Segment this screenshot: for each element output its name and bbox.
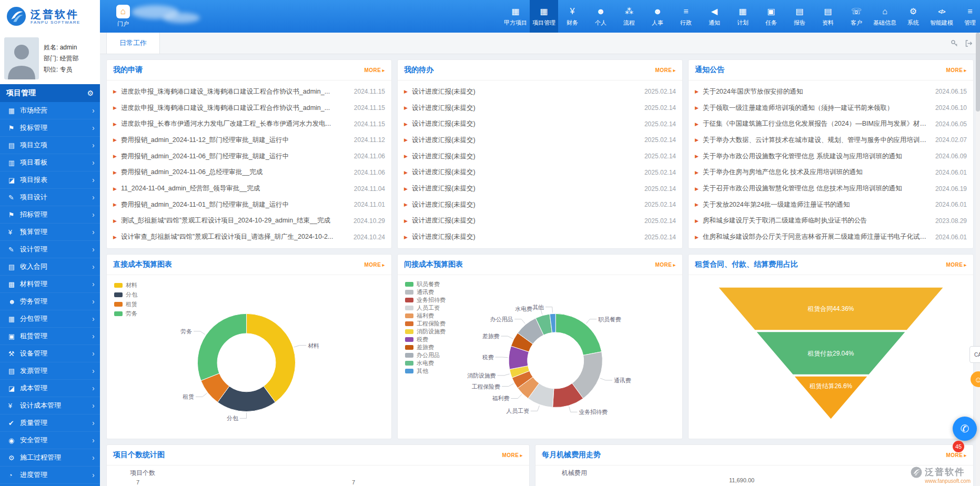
topnav-item[interactable]: ▣任务 xyxy=(757,0,785,33)
topnav-item[interactable]: ▦计划 xyxy=(729,0,757,33)
sidebar-item[interactable]: ⚒设备管理› xyxy=(0,345,100,362)
sidebar-item[interactable]: ✔质量管理› xyxy=(0,414,100,432)
list-item[interactable]: ▶房和城乡建设厅关于取消二级建造师临时执业证书的公告2023.08.29 xyxy=(695,213,967,229)
legend-item[interactable]: 职员餐费 xyxy=(405,280,446,288)
topnav-item[interactable]: ◀通知 xyxy=(700,0,729,33)
donut-segment[interactable] xyxy=(247,313,296,402)
list-item[interactable]: ▶关于举办大数据、云计算技术在城市建设、规划、管理与服务中的应用培训班...20… xyxy=(695,132,967,148)
sidebar-item[interactable]: ✎设计管理› xyxy=(0,241,100,258)
more-link[interactable]: MORE▸ xyxy=(364,67,385,73)
legend-item[interactable]: 材料 xyxy=(114,280,137,290)
sidebar-item[interactable]: ▣租赁管理› xyxy=(0,328,100,345)
list-item[interactable]: ▶于征集《中国建筑施工行业信息化发展报告（2024）—BIM应用与发展》材料..… xyxy=(695,116,967,132)
sidebar-item[interactable]: ▩材料管理› xyxy=(0,276,100,293)
more-link[interactable]: MORE▸ xyxy=(946,67,967,73)
topnav-item[interactable]: ▤资料 xyxy=(814,0,842,33)
topnav-item[interactable]: ¥财务 xyxy=(558,0,587,33)
sidebar-item[interactable]: ◔进度管理› xyxy=(0,467,100,484)
vertical-scrollbar[interactable] xyxy=(976,33,980,486)
customer-service-button[interactable]: ✆ xyxy=(953,417,977,441)
legend-item[interactable]: 差旅费 xyxy=(405,343,446,351)
list-item[interactable]: ▶关于2024年国庆节放假安排的通知2024.06.15 xyxy=(695,84,967,100)
legend-item[interactable]: 租赁 xyxy=(114,299,137,309)
topnav-item[interactable]: </>智能建模 xyxy=(927,0,956,33)
list-item[interactable]: ▶进度款申报_珠海鹤港口建设_珠海鹤港口建设工程合作协议书_admin_...2… xyxy=(113,100,385,116)
more-link[interactable]: MORE▸ xyxy=(655,262,676,268)
list-item[interactable]: ▶关于举办市政公用设施数字化管理信息 系统建设与应用培训班的通知2024.06.… xyxy=(695,148,967,165)
list-item[interactable]: ▶设计进度汇报(未提交)2025.02.14 xyxy=(404,100,676,116)
topnav-item[interactable]: ≡行政 xyxy=(672,0,700,33)
list-item[interactable]: ▶设计进度汇报(未提交)2025.02.14 xyxy=(404,180,676,197)
side-widget[interactable]: CA xyxy=(969,346,980,363)
legend-item[interactable]: 劳务 xyxy=(114,309,137,318)
legend-item[interactable]: 工程保险费 xyxy=(405,320,446,328)
list-item[interactable]: ▶住房和城乡建设部办公厅关于同意吉林省开展二级建造师注册证书电子化试点...20… xyxy=(695,229,967,245)
list-item[interactable]: ▶费用报销_admin_2024-11-01_部门经理审批_胡建_运行中2024… xyxy=(113,197,385,213)
list-item[interactable]: ▶测试_彭祖新城“四馆”景观工程设计项目_2024-10-29_admin_结束… xyxy=(113,213,385,229)
topnav-item[interactable]: ⌂基础信息 xyxy=(871,0,899,33)
sidebar-item[interactable]: ▤收入合同› xyxy=(0,258,100,276)
list-item[interactable]: ▶进度款申报_长春市伊通河水力发电厂改建工程_长春市伊通河水力发电...2024… xyxy=(113,116,385,132)
notification-badge[interactable]: 45 xyxy=(953,441,964,452)
key-icon[interactable] xyxy=(951,39,958,47)
sidebar-item[interactable]: ◪成本管理› xyxy=(0,380,100,397)
legend-item[interactable]: 分包 xyxy=(114,290,137,299)
sidebar-item[interactable]: ◪项目报表› xyxy=(0,171,100,189)
list-item[interactable]: ▶11_2024-11-04_admin_经营部_领导审批__完成2024.11… xyxy=(113,180,385,197)
list-item[interactable]: ▶费用报销_admin_2024-11-06_部门经理审批_胡建_运行中2024… xyxy=(113,148,385,165)
list-item[interactable]: ▶费用报销_admin_2024-11-12_部门经理审批_胡建_运行中2024… xyxy=(113,132,385,148)
sidebar-item[interactable]: ☻劳务管理› xyxy=(0,293,100,310)
tab-daily-work[interactable]: 日常工作 xyxy=(106,33,160,54)
sidebar-item[interactable]: ▦分包管理› xyxy=(0,310,100,328)
list-item[interactable]: ▶设计进度汇报(未提交)2025.02.14 xyxy=(404,148,676,165)
sidebar-item[interactable]: ¥预算管理› xyxy=(0,224,100,241)
list-item[interactable]: ▶设计进度汇报(未提交)2025.02.14 xyxy=(404,197,676,213)
topnav-item[interactable]: ▦项目管理 xyxy=(530,0,558,33)
legend-item[interactable]: 福利费 xyxy=(405,312,446,320)
topnav-item[interactable]: ⁂流程 xyxy=(615,0,643,33)
legend-item[interactable]: 税费 xyxy=(405,336,446,343)
more-link[interactable]: MORE▸ xyxy=(502,452,523,458)
exit-icon[interactable] xyxy=(965,39,973,47)
topnav-item[interactable]: ▤报告 xyxy=(785,0,814,33)
sidebar-item[interactable]: ⚙施工过程管理› xyxy=(0,449,100,467)
topnav-item[interactable]: ⚙系统 xyxy=(899,0,927,33)
gear-icon[interactable]: ⚙ xyxy=(87,89,94,97)
legend-item[interactable]: 人员工资 xyxy=(405,304,446,312)
sidebar-item[interactable]: ⚑投标管理› xyxy=(0,119,100,137)
scrollbar-thumb[interactable] xyxy=(976,33,980,112)
sidebar-item[interactable]: ▥项目看板› xyxy=(0,154,100,171)
sidebar-item[interactable]: ▦市场经营› xyxy=(0,102,100,119)
sidebar-item[interactable]: ▤证件管理› xyxy=(0,484,100,486)
more-link[interactable]: MORE▸ xyxy=(655,67,676,73)
legend-item[interactable]: 消防设施费 xyxy=(405,328,446,336)
list-item[interactable]: ▶关于领取一级注册建造师培训项的通知（须持一建证书前来领取）2024.06.10 xyxy=(695,100,967,116)
more-link[interactable]: MORE▸ xyxy=(946,452,967,458)
legend-item[interactable]: 其他 xyxy=(405,367,446,375)
nav-item-portal[interactable]: ⌂ 门户 xyxy=(108,0,138,33)
list-item[interactable]: ▶设计进度汇报(未提交)2025.02.14 xyxy=(404,229,676,245)
donut-segment[interactable] xyxy=(555,313,602,355)
avatar[interactable] xyxy=(4,37,39,79)
topnav-item[interactable]: ☻人事 xyxy=(643,0,672,33)
sidebar-item[interactable]: ▤发票管理› xyxy=(0,362,100,380)
sidebar-item[interactable]: ⚑招标管理› xyxy=(0,206,100,224)
legend-item[interactable]: 办公用品 xyxy=(405,351,446,359)
list-item[interactable]: ▶关于发放2024年第24批一级建造师注册证书的通知2024.06.01 xyxy=(695,197,967,213)
list-item[interactable]: ▶设计进度汇报(未提交)2025.02.14 xyxy=(404,213,676,229)
list-item[interactable]: ▶设计进度汇报(未提交)2025.02.14 xyxy=(404,165,676,181)
sidebar-item[interactable]: ¥设计成本管理› xyxy=(0,397,100,414)
donut-segment[interactable] xyxy=(197,313,246,380)
list-item[interactable]: ▶设计审查_彭祖新城“四馆”景观工程设计项目_请选择_胡广生_2024-10-2… xyxy=(113,229,385,245)
list-item[interactable]: ▶费用报销_admin_2024-11-06_总经理审批__完成2024.11.… xyxy=(113,165,385,181)
topnav-item[interactable]: ☏客户 xyxy=(842,0,871,33)
topnav-item[interactable]: ≡管理 xyxy=(956,0,980,33)
legend-item[interactable]: 业务招待费 xyxy=(405,296,446,304)
legend-item[interactable]: 通讯费 xyxy=(405,288,446,296)
legend-item[interactable]: 水电费 xyxy=(405,359,446,367)
more-link[interactable]: MORE▸ xyxy=(364,262,385,268)
list-item[interactable]: ▶设计进度汇报(未提交)2025.02.14 xyxy=(404,84,676,100)
app-logo[interactable]: 泛普软件 FANPU SOFTWARE xyxy=(0,0,100,33)
sidebar-item[interactable]: ◉安全管理› xyxy=(0,432,100,449)
list-item[interactable]: ▶关于召开市政公用设施智慧化管理信息 信息技术与应用培训班的通知2024.06.… xyxy=(695,180,967,197)
